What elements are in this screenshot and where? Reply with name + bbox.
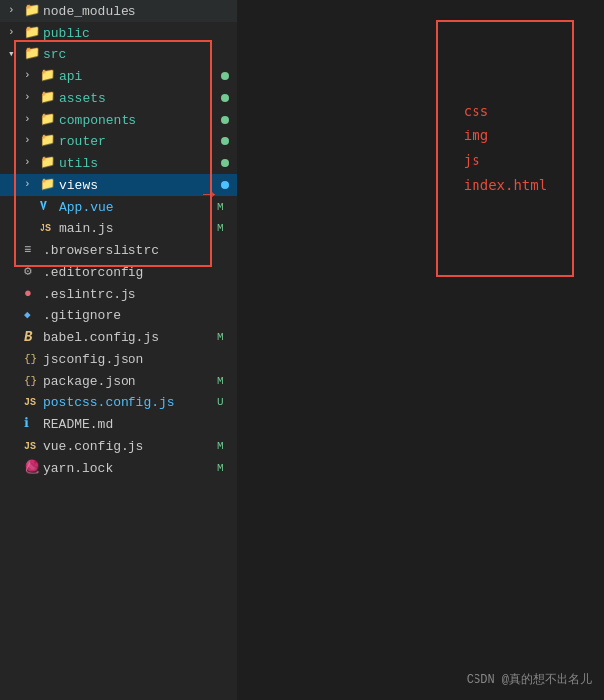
sidebar-item-babel-config[interactable]: babel.config.js M bbox=[0, 326, 237, 348]
sidebar-item-browserslistrc[interactable]: ≡ .browserslistrc bbox=[0, 239, 237, 261]
arrow-icon bbox=[24, 69, 38, 83]
vue-file-icon bbox=[40, 199, 55, 215]
modified-badge bbox=[221, 94, 229, 102]
sidebar-item-label: utils bbox=[59, 156, 221, 171]
sidebar-item-router[interactable]: 📁 router bbox=[0, 131, 237, 152]
spacer bbox=[8, 265, 22, 279]
gear-file-icon bbox=[24, 264, 40, 280]
arrow-icon bbox=[24, 91, 38, 105]
modified-badge: M bbox=[217, 222, 229, 234]
content-line-img: img bbox=[464, 124, 547, 148]
folder-icon: 📁 bbox=[40, 155, 55, 171]
sidebar-item-label: main.js bbox=[59, 221, 217, 236]
arrow-icon bbox=[24, 113, 38, 127]
spacer bbox=[24, 200, 38, 214]
sidebar-item-label: yarn.lock bbox=[43, 461, 217, 476]
info-file-icon bbox=[24, 416, 40, 432]
sidebar-item-utils[interactable]: 📁 utils bbox=[0, 152, 237, 174]
spacer bbox=[8, 308, 22, 322]
sidebar-item-postcss-config[interactable]: postcss.config.js U bbox=[0, 392, 237, 413]
yarn-file-icon bbox=[24, 460, 40, 476]
sidebar-item-label: public bbox=[43, 26, 237, 41]
git-file-icon bbox=[24, 307, 40, 323]
js-file-icon bbox=[40, 220, 55, 236]
spacer bbox=[8, 374, 22, 388]
modified-badge: M bbox=[217, 462, 229, 474]
spacer bbox=[8, 395, 22, 409]
sidebar-item-main-js[interactable]: main.js M bbox=[0, 218, 237, 239]
sidebar-item-label: .eslintrc.js bbox=[43, 287, 237, 302]
folder-icon: 📁 bbox=[40, 90, 55, 106]
folder-icon: 📁 bbox=[40, 112, 55, 128]
sidebar-item-label: api bbox=[59, 69, 221, 84]
sidebar-item-jsconfig[interactable]: jsconfig.json bbox=[0, 348, 237, 370]
sidebar-item-editorconfig[interactable]: .editorconfig bbox=[0, 261, 237, 283]
modified-badge bbox=[221, 159, 229, 167]
modified-badge: M bbox=[217, 375, 229, 387]
modified-badge bbox=[221, 72, 229, 80]
modified-badge: M bbox=[217, 440, 229, 452]
sidebar-item-label: package.json bbox=[43, 374, 217, 389]
file-explorer: 📁 node_modules 📁 public 📁 src 📁 api 📁 as… bbox=[0, 0, 237, 700]
eslint-file-icon bbox=[24, 286, 40, 302]
sidebar-item-label: App.vue bbox=[59, 200, 217, 215]
babel-file-icon bbox=[24, 329, 40, 345]
sidebar-item-components[interactable]: 📁 components bbox=[0, 109, 237, 131]
spacer bbox=[8, 417, 22, 431]
json-file-icon bbox=[24, 351, 40, 367]
sidebar-item-yarn-lock[interactable]: yarn.lock M bbox=[0, 457, 237, 479]
sidebar-item-label: README.md bbox=[43, 417, 237, 432]
sidebar-item-vue-config[interactable]: vue.config.js M bbox=[0, 435, 237, 457]
sidebar-item-label: components bbox=[59, 113, 221, 128]
sidebar-item-label: views bbox=[59, 178, 221, 193]
sidebar-item-app-vue[interactable]: App.vue M bbox=[0, 196, 237, 218]
folder-icon: 📁 bbox=[40, 177, 55, 193]
sidebar-item-label: assets bbox=[59, 91, 221, 106]
annotation-main-box: css img js index.html bbox=[436, 20, 574, 277]
folder-icon: 📁 bbox=[24, 25, 40, 41]
main-panel: css img js index.html CSDN @真的想不出名儿 bbox=[237, 0, 604, 700]
sidebar-item-label: node_modules bbox=[43, 4, 237, 19]
sidebar-item-package-json[interactable]: package.json M bbox=[0, 370, 237, 392]
sidebar-item-gitignore[interactable]: .gitignore bbox=[0, 305, 237, 326]
sidebar-item-api[interactable]: 📁 api bbox=[0, 65, 237, 87]
watermark: CSDN @真的想不出名儿 bbox=[467, 671, 592, 688]
sidebar-item-label: vue.config.js bbox=[43, 439, 217, 454]
sidebar-item-readme[interactable]: README.md bbox=[0, 413, 237, 435]
modified-badge: M bbox=[217, 331, 229, 343]
spacer bbox=[8, 352, 22, 366]
sidebar-item-public[interactable]: 📁 public bbox=[0, 22, 237, 44]
spacer bbox=[8, 461, 22, 475]
main-content: css img js index.html bbox=[464, 99, 547, 199]
js-file-icon bbox=[24, 438, 40, 454]
file-icon: ≡ bbox=[24, 242, 40, 258]
untracked-badge: U bbox=[217, 396, 229, 408]
sidebar-item-label: .gitignore bbox=[43, 308, 237, 323]
sidebar-item-node_modules[interactable]: 📁 node_modules bbox=[0, 0, 237, 22]
sidebar-item-label: postcss.config.js bbox=[43, 395, 217, 410]
sidebar-item-label: babel.config.js bbox=[43, 330, 217, 345]
spacer bbox=[8, 287, 22, 301]
sidebar-item-label: jsconfig.json bbox=[43, 352, 237, 367]
arrow-icon bbox=[24, 156, 38, 170]
sidebar-item-label: src bbox=[43, 47, 237, 62]
arrow-icon bbox=[8, 47, 22, 61]
js-file-icon bbox=[24, 394, 40, 410]
sidebar-item-label: .editorconfig bbox=[43, 265, 237, 280]
spacer bbox=[24, 221, 38, 235]
spacer bbox=[8, 330, 22, 344]
folder-icon: 📁 bbox=[40, 133, 55, 149]
content-line-index-html: index.html bbox=[464, 173, 547, 198]
sidebar-item-assets[interactable]: 📁 assets bbox=[0, 87, 237, 109]
sidebar-item-label: .browserslistrc bbox=[43, 243, 237, 258]
spacer bbox=[8, 439, 22, 453]
arrow-icon bbox=[8, 26, 22, 40]
folder-icon: 📁 bbox=[40, 68, 55, 84]
app-container: 📁 node_modules 📁 public 📁 src 📁 api 📁 as… bbox=[0, 0, 604, 700]
sidebar-item-eslintrc[interactable]: .eslintrc.js bbox=[0, 283, 237, 305]
sidebar-item-src[interactable]: 📁 src bbox=[0, 44, 237, 65]
modified-badge: M bbox=[217, 201, 229, 213]
sidebar-item-views[interactable]: 📁 views bbox=[0, 174, 237, 196]
content-line-js: js bbox=[464, 148, 547, 173]
folder-icon: 📁 bbox=[24, 46, 40, 62]
